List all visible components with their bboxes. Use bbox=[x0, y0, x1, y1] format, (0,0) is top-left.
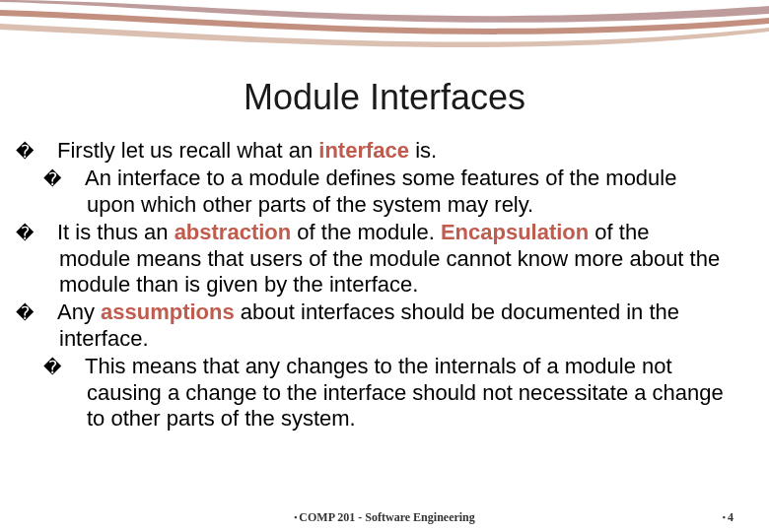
bullet-1: �Firstly let us recall what an interface… bbox=[37, 138, 726, 164]
footer-page: •4 bbox=[723, 510, 734, 525]
text: Any bbox=[57, 299, 101, 324]
page-number: 4 bbox=[728, 510, 734, 524]
text: of the module. bbox=[291, 220, 441, 244]
keyword-assumptions: assumptions bbox=[101, 299, 235, 324]
keyword-abstraction: abstraction bbox=[175, 220, 292, 244]
bullet-4: �Any assumptions about interfaces should… bbox=[37, 299, 726, 352]
text: This means that any changes to the inter… bbox=[85, 354, 724, 431]
decorative-swoosh bbox=[0, 0, 769, 79]
keyword-interface: interface bbox=[318, 138, 409, 163]
text: An interface to a module defines some fe… bbox=[85, 166, 676, 216]
footer-course: •COMP 201 - Software Engineering bbox=[0, 510, 769, 525]
slide-title: Module Interfaces bbox=[0, 77, 769, 118]
text: is. bbox=[409, 138, 437, 163]
square-bullet-icon: � bbox=[37, 142, 57, 164]
slide: Module Interfaces �Firstly let us recall… bbox=[0, 0, 769, 532]
bullet-5: �This means that any changes to the inte… bbox=[65, 354, 726, 432]
square-bullet-icon: � bbox=[65, 169, 85, 191]
text: It is thus an bbox=[57, 220, 175, 244]
bullet-2: �An interface to a module defines some f… bbox=[65, 166, 726, 218]
square-bullet-icon: � bbox=[37, 303, 57, 325]
bullet-3: �It is thus an abstraction of the module… bbox=[37, 220, 726, 298]
square-bullet-icon: � bbox=[37, 224, 57, 245]
course-code: COMP 201 - Software Engineering bbox=[299, 510, 474, 524]
dot-bullet-icon: • bbox=[294, 512, 297, 522]
keyword-encapsulation: Encapsulation bbox=[441, 220, 589, 244]
dot-bullet-icon: • bbox=[723, 512, 726, 522]
body-text: �Firstly let us recall what an interface… bbox=[37, 138, 726, 433]
square-bullet-icon: � bbox=[65, 358, 85, 379]
text: Firstly let us recall what an bbox=[57, 138, 318, 163]
